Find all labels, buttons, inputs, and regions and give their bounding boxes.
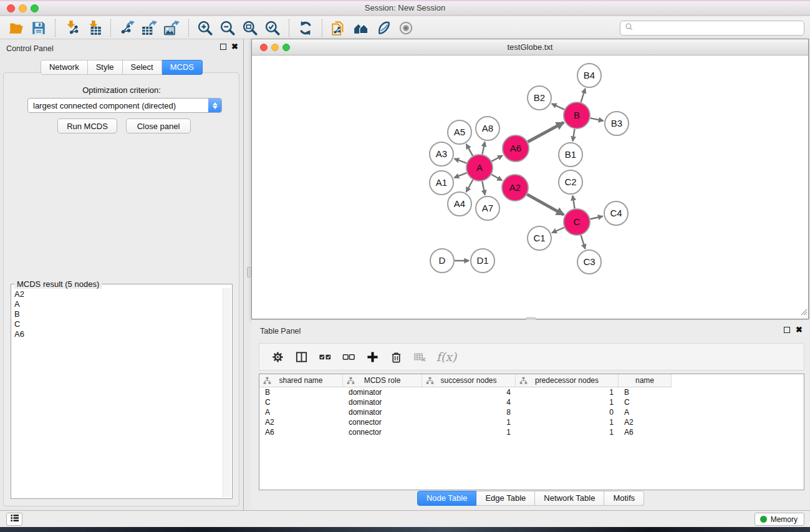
zoom-fit-icon[interactable]: [239, 18, 261, 38]
split-columns-icon[interactable]: [291, 346, 312, 367]
graph-edge-B-B1[interactable]: [572, 129, 574, 142]
close-panel-button[interactable]: Close panel: [126, 118, 191, 133]
float-panel-icon[interactable]: [220, 44, 226, 50]
refresh-layout-icon[interactable]: [294, 18, 317, 38]
table-tab-network-table[interactable]: Network Table: [535, 491, 604, 506]
export-image-icon[interactable]: [161, 18, 183, 38]
tab-network[interactable]: Network: [41, 60, 88, 75]
network-from-document-icon[interactable]: [327, 18, 350, 38]
table-row[interactable]: Cdominator41C: [259, 397, 804, 407]
tab-mcds[interactable]: MCDS: [162, 60, 203, 75]
close-window-button[interactable]: [7, 4, 15, 12]
graph-edge-A-A2[interactable]: [491, 175, 502, 180]
search-input[interactable]: [634, 22, 804, 34]
deselect-all-icon[interactable]: [338, 346, 359, 367]
table-tab-motifs[interactable]: Motifs: [604, 491, 644, 506]
graph-edge-A-A6[interactable]: [491, 155, 502, 161]
table-tab-node-table[interactable]: Node Table: [417, 491, 477, 506]
mcds-result-item[interactable]: C: [12, 319, 222, 329]
minimize-window-button[interactable]: [19, 4, 27, 12]
frame-minimize-button[interactable]: [271, 44, 279, 51]
graph-node-C2[interactable]: C2: [559, 170, 582, 194]
graph-edge-A6-B[interactable]: [528, 122, 564, 142]
graph-node-C4[interactable]: C4: [604, 201, 628, 225]
zoom-out-icon[interactable]: [216, 18, 239, 38]
graph-edge-A-A5[interactable]: [466, 144, 473, 156]
first-neighbors-icon[interactable]: [350, 18, 372, 38]
column-header-successor-nodes[interactable]: successor nodes: [422, 374, 516, 387]
graph-node-C[interactable]: C: [564, 209, 590, 235]
import-table-icon[interactable]: [83, 18, 105, 38]
table-tab-edge-table[interactable]: Edge Table: [476, 491, 535, 506]
graph-edge-A2-C[interactable]: [527, 195, 564, 215]
graph-node-B4[interactable]: B4: [577, 64, 601, 87]
graph-node-B3[interactable]: B3: [605, 112, 629, 135]
delete-row-icon[interactable]: [385, 346, 407, 367]
network-frame-titlebar[interactable]: testGlobe.txt: [252, 39, 808, 56]
table-row[interactable]: Adominator80A: [259, 407, 804, 417]
table-row[interactable]: Bdominator41B: [259, 387, 804, 397]
add-row-icon[interactable]: [362, 346, 383, 367]
graph-node-A3[interactable]: A3: [430, 142, 453, 166]
import-network-icon[interactable]: [60, 18, 83, 38]
graph-edge-A-A3[interactable]: [455, 158, 467, 163]
mcds-result-item[interactable]: A: [12, 299, 222, 309]
graph-edge-B-B4[interactable]: [581, 89, 586, 102]
memory-button[interactable]: Memory: [755, 513, 804, 526]
graph-node-A5[interactable]: A5: [448, 120, 471, 144]
column-header-predecessor-nodes[interactable]: predecessor nodes: [516, 374, 619, 387]
tab-select[interactable]: Select: [123, 60, 162, 75]
graph-edge-A-A8[interactable]: [482, 142, 485, 155]
task-history-button[interactable]: [6, 513, 22, 526]
graph-edge-C-C3[interactable]: [581, 235, 586, 249]
tab-style[interactable]: Style: [88, 60, 123, 75]
mcds-result-item[interactable]: B: [12, 309, 222, 319]
search-box[interactable]: [620, 21, 804, 36]
function-builder-icon[interactable]: f(x): [433, 346, 460, 367]
close-panel-icon[interactable]: ✖: [231, 44, 238, 50]
export-table-icon[interactable]: [138, 18, 161, 38]
frame-close-button[interactable]: [260, 44, 268, 51]
settings-icon[interactable]: [267, 346, 288, 367]
table-row[interactable]: A6connector11A6: [259, 427, 804, 437]
resize-grip-icon[interactable]: [799, 307, 808, 318]
zoom-selected-icon[interactable]: [261, 18, 284, 38]
graph-node-A6[interactable]: A6: [503, 135, 529, 162]
column-header-name[interactable]: name: [619, 374, 672, 387]
frame-zoom-button[interactable]: [282, 44, 290, 51]
criterion-select[interactable]: largest connected component (directed): [27, 98, 222, 113]
graph-node-C1[interactable]: C1: [528, 226, 551, 250]
show-graphics-details-icon[interactable]: [395, 18, 417, 38]
graph-edge-B-B2[interactable]: [552, 104, 564, 109]
column-header-shared-name[interactable]: shared name: [259, 374, 343, 387]
graph-node-A8[interactable]: A8: [476, 117, 499, 140]
hide-graphics-details-icon[interactable]: [372, 18, 395, 38]
zoom-window-button[interactable]: [31, 4, 39, 12]
open-session-icon[interactable]: [5, 18, 27, 38]
graph-node-A[interactable]: A: [466, 155, 493, 181]
delete-table-icon[interactable]: [409, 346, 430, 367]
result-scrollbar[interactable]: [223, 288, 231, 497]
graph-node-C3[interactable]: C3: [577, 250, 601, 274]
graph-node-D1[interactable]: D1: [471, 249, 494, 273]
mcds-result-item[interactable]: A6: [12, 329, 222, 339]
graph-edge-A-A4[interactable]: [466, 180, 473, 191]
graph-node-D[interactable]: D: [430, 249, 454, 273]
graph-edge-A-A7[interactable]: [482, 181, 485, 195]
zoom-in-icon[interactable]: [194, 18, 216, 38]
run-mcds-button[interactable]: Run MCDS: [57, 118, 117, 133]
close-table-panel-icon[interactable]: ✖: [796, 327, 803, 333]
column-header-MCDS-role[interactable]: MCDS role: [343, 374, 422, 387]
graph-node-A7[interactable]: A7: [476, 196, 499, 220]
graph-edge-B-B3[interactable]: [591, 118, 604, 120]
graph-node-B1[interactable]: B1: [559, 143, 582, 167]
graph-node-A2[interactable]: A2: [502, 175, 528, 201]
graph-node-A4[interactable]: A4: [448, 192, 471, 216]
graph-edge-C-C1[interactable]: [552, 228, 564, 233]
float-table-panel-icon[interactable]: [784, 327, 790, 333]
split-divider-handle-left[interactable]: [247, 267, 251, 278]
graph-node-B2[interactable]: B2: [528, 86, 551, 110]
table-row[interactable]: A2connector11A2: [259, 417, 804, 427]
graph-edge-C-C2[interactable]: [572, 196, 574, 209]
save-session-icon[interactable]: [27, 18, 50, 38]
